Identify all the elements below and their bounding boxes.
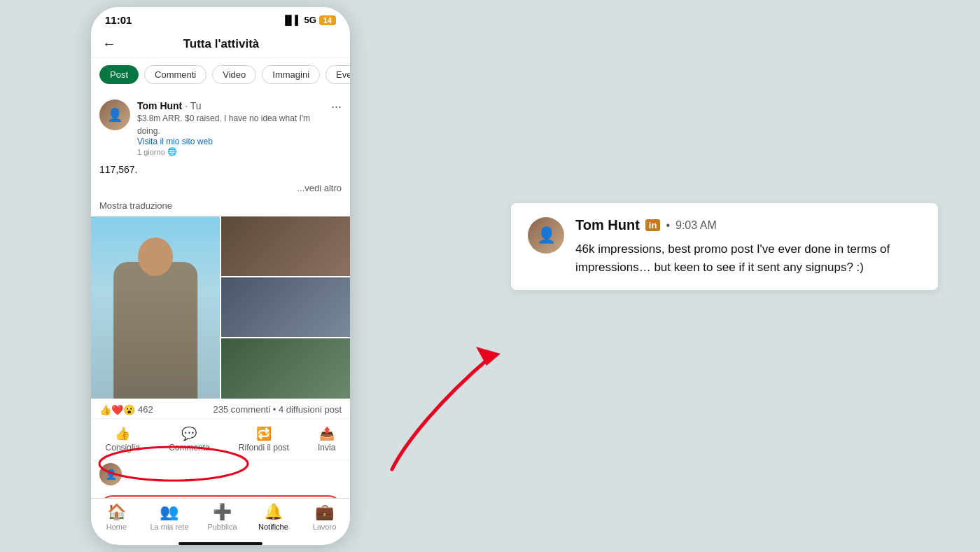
- more-options-icon[interactable]: ···: [331, 99, 342, 114]
- nav-network[interactable]: 👥 La mia rete: [150, 503, 188, 531]
- filter-tab-video[interactable]: Video: [212, 65, 256, 84]
- rifondi-icon: 🔁: [256, 426, 272, 441]
- nav-network-label: La mia rete: [150, 523, 188, 531]
- nav-jobs[interactable]: 💼 Lavoro: [307, 503, 342, 531]
- notif-author-name: Tom Hunt: [575, 217, 640, 233]
- consiglia-icon: 👍: [115, 426, 130, 441]
- nav-notifications[interactable]: 🔔 Notifiche: [255, 503, 290, 531]
- commenta-icon: 💬: [181, 426, 197, 441]
- nav-publish-label: Pubblica: [207, 523, 237, 531]
- post-image-main: [91, 216, 220, 399]
- reactions-right: 235 commenti • 4 diffusioni post: [213, 404, 342, 415]
- commenta-label: Commenta: [169, 443, 210, 453]
- post-actions: 👍 Consiglia 💬 Commenta 🔁 Rifondi il post…: [91, 419, 350, 460]
- globe-icon: 🌐: [167, 147, 177, 156]
- network-label: 5G: [304, 15, 316, 25]
- jobs-icon: 💼: [315, 503, 334, 521]
- notification-card: 👤 Tom Hunt in • 9:03 AM 46k impressions,…: [511, 203, 938, 290]
- notif-content: Tom Hunt in • 9:03 AM 46k impressions, b…: [575, 217, 921, 276]
- post-text: 117,567.: [91, 160, 350, 183]
- action-rifondi[interactable]: 🔁 Rifondi il post: [232, 422, 296, 457]
- rifondi-label: Rifondi il post: [239, 443, 289, 453]
- home-indicator: [178, 542, 262, 545]
- filter-tabs: Post Commenti Video Immagini Eventi: [91, 58, 350, 91]
- svg-marker-0: [476, 347, 500, 366]
- nav-home[interactable]: 🏠 Home: [99, 503, 134, 531]
- nav-notifications-label: Notifiche: [258, 523, 288, 531]
- post-reactions: 👍❤️😮 462 235 commenti • 4 diffusioni pos…: [91, 399, 350, 419]
- action-consiglia[interactable]: 👍 Consiglia: [99, 422, 147, 457]
- back-button[interactable]: ←: [102, 36, 116, 52]
- publish-icon: ➕: [213, 503, 232, 521]
- signal-icon: ▐▌▌: [282, 15, 302, 25]
- reactions-count: 462: [138, 404, 153, 415]
- post-author-link[interactable]: Visita il mio sito web: [137, 137, 324, 146]
- post-author-subtitle: $3.8m ARR. $0 raised. I have no idea wha…: [137, 113, 310, 136]
- phone-frame: 11:01 ▐▌▌ 5G 14 ← Tutta l'attività Post …: [91, 7, 350, 545]
- avatar: 👤: [99, 99, 130, 130]
- post-author-dot: · Tu: [185, 100, 201, 111]
- action-commenta[interactable]: 💬 Commenta: [162, 422, 217, 457]
- bottom-nav: 🏠 Home 👥 La mia rete ➕ Pubblica 🔔 Notifi…: [91, 498, 350, 538]
- reaction-emojis: 👍❤️😮: [99, 404, 135, 415]
- nav-home-label: Home: [106, 523, 127, 531]
- see-more-text[interactable]: ...vedi altro: [91, 183, 350, 198]
- avatar-image: 👤: [99, 99, 130, 130]
- invia-icon: 📤: [319, 426, 335, 441]
- invia-label: Invia: [318, 443, 335, 453]
- network-icon: 👥: [160, 503, 178, 521]
- status-time: 11:01: [105, 14, 132, 26]
- nav-jobs-label: Lavoro: [313, 523, 337, 531]
- nav-publish[interactable]: ➕ Pubblica: [204, 503, 239, 531]
- status-bar: 11:01 ▐▌▌ 5G 14: [91, 7, 350, 30]
- red-arrow: [336, 315, 546, 490]
- post-author-info: Tom Hunt · Tu $3.8m ARR. $0 raised. I ha…: [137, 99, 324, 156]
- translate-text[interactable]: Mostra traduzione: [91, 198, 350, 216]
- notif-avatar: 👤: [528, 217, 564, 254]
- post-image-thumb-1: [221, 216, 350, 276]
- notifications-icon: 🔔: [264, 503, 283, 521]
- post-header: 👤 Tom Hunt · Tu $3.8m ARR. $0 raised. I …: [91, 91, 350, 160]
- filter-tab-post[interactable]: Post: [99, 65, 139, 84]
- action-avatar: 👤: [99, 463, 122, 485]
- consiglia-label: Consiglia: [106, 443, 140, 453]
- filter-tab-eventi[interactable]: Eventi: [326, 65, 350, 84]
- notif-header: Tom Hunt in • 9:03 AM: [575, 217, 921, 233]
- status-icons: ▐▌▌ 5G 14: [282, 15, 336, 25]
- page-title: Tutta l'attività: [125, 37, 318, 51]
- post-image-grid: [91, 216, 350, 399]
- notification-count-badge: 14: [319, 15, 336, 25]
- filter-tab-commenti[interactable]: Commenti: [144, 65, 206, 84]
- content-area: 👤 Tom Hunt · Tu $3.8m ARR. $0 raised. I …: [91, 91, 350, 498]
- notif-message: 46k impressions, best promo post I've ev…: [575, 240, 921, 276]
- action-invia[interactable]: 📤 Invia: [311, 422, 342, 457]
- linkedin-badge: in: [645, 219, 661, 231]
- reactions-left: 👍❤️😮 462: [99, 404, 153, 415]
- filter-tab-immagini[interactable]: Immagini: [262, 65, 320, 84]
- notif-time: 9:03 AM: [676, 219, 717, 232]
- app-header: ← Tutta l'attività: [91, 30, 350, 58]
- post-image-thumb-3: [221, 338, 350, 398]
- post-author-name: Tom Hunt: [137, 100, 182, 111]
- notification-panel: 👤 Tom Hunt in • 9:03 AM 46k impressions,…: [511, 203, 938, 290]
- home-icon: 🏠: [107, 503, 126, 521]
- post-author-time: 1 giorno 🌐: [137, 147, 324, 156]
- post-image-thumb-2: [221, 277, 350, 337]
- post-card: 👤 Tom Hunt · Tu $3.8m ARR. $0 raised. I …: [91, 91, 350, 498]
